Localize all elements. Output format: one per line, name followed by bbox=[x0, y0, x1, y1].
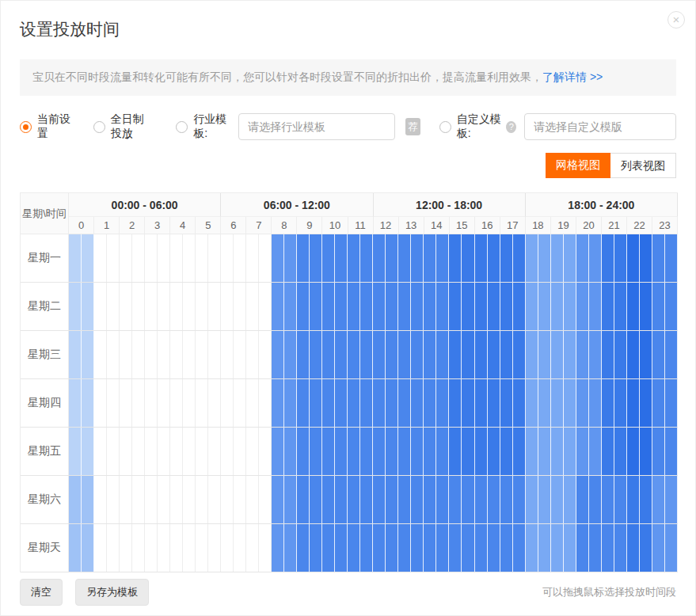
schedule-cell[interactable] bbox=[335, 331, 348, 378]
schedule-cell[interactable] bbox=[564, 428, 576, 475]
schedule-cell[interactable] bbox=[551, 524, 564, 572]
schedule-cell[interactable] bbox=[322, 379, 335, 427]
schedule-cell[interactable] bbox=[602, 524, 614, 572]
schedule-cell[interactable] bbox=[196, 476, 208, 523]
schedule-cell[interactable] bbox=[348, 283, 360, 330]
schedule-cell[interactable] bbox=[398, 234, 411, 282]
schedule-cell[interactable] bbox=[322, 524, 335, 572]
schedule-cell[interactable] bbox=[284, 331, 297, 378]
schedule-cell[interactable] bbox=[297, 283, 310, 330]
schedule-cell[interactable] bbox=[158, 283, 170, 330]
schedule-cell[interactable] bbox=[120, 331, 132, 378]
schedule-cell[interactable] bbox=[576, 331, 589, 378]
schedule-cell[interactable] bbox=[259, 524, 272, 572]
schedule-cell[interactable] bbox=[82, 379, 94, 427]
schedule-cell[interactable] bbox=[69, 331, 82, 378]
schedule-cell[interactable] bbox=[538, 428, 551, 475]
schedule-cell[interactable] bbox=[132, 283, 145, 330]
schedule-cell[interactable] bbox=[170, 283, 183, 330]
schedule-cell[interactable] bbox=[652, 234, 665, 282]
schedule-cell[interactable] bbox=[107, 524, 120, 572]
schedule-cell[interactable] bbox=[436, 283, 449, 330]
schedule-cell[interactable] bbox=[259, 234, 272, 282]
schedule-cell[interactable] bbox=[297, 476, 310, 523]
schedule-cell[interactable] bbox=[94, 331, 107, 378]
schedule-cell[interactable] bbox=[398, 331, 411, 378]
schedule-cell[interactable] bbox=[107, 379, 120, 427]
schedule-cell[interactable] bbox=[614, 331, 627, 378]
schedule-cell[interactable] bbox=[310, 428, 322, 475]
schedule-cell[interactable] bbox=[411, 476, 424, 523]
schedule-cell[interactable] bbox=[196, 379, 208, 427]
schedule-cell[interactable] bbox=[284, 234, 297, 282]
schedule-cell[interactable] bbox=[602, 331, 614, 378]
clear-button[interactable]: 清空 bbox=[20, 579, 63, 606]
schedule-cell[interactable] bbox=[348, 331, 360, 378]
schedule-cell[interactable] bbox=[284, 428, 297, 475]
schedule-cell[interactable] bbox=[436, 234, 449, 282]
schedule-cell[interactable] bbox=[360, 283, 373, 330]
schedule-cell[interactable] bbox=[183, 283, 196, 330]
schedule-cell[interactable] bbox=[310, 524, 322, 572]
schedule-cell[interactable] bbox=[576, 524, 589, 572]
schedule-cell[interactable] bbox=[297, 379, 310, 427]
schedule-cell[interactable] bbox=[234, 234, 246, 282]
schedule-cell[interactable] bbox=[259, 476, 272, 523]
schedule-cell[interactable] bbox=[196, 283, 208, 330]
schedule-cell[interactable] bbox=[234, 476, 246, 523]
schedule-cell[interactable] bbox=[183, 379, 196, 427]
schedule-cell[interactable] bbox=[120, 476, 132, 523]
schedule-cell[interactable] bbox=[322, 428, 335, 475]
schedule-cell[interactable] bbox=[132, 524, 145, 572]
schedule-cell[interactable] bbox=[462, 428, 474, 475]
schedule-cell[interactable] bbox=[640, 476, 652, 523]
schedule-cell[interactable] bbox=[234, 524, 246, 572]
schedule-cell[interactable] bbox=[475, 283, 488, 330]
schedule-cell[interactable] bbox=[69, 428, 82, 475]
schedule-cell[interactable] bbox=[335, 428, 348, 475]
schedule-cell[interactable] bbox=[373, 283, 386, 330]
schedule-cell[interactable] bbox=[589, 428, 602, 475]
schedule-cell[interactable] bbox=[246, 524, 259, 572]
schedule-cell[interactable] bbox=[614, 476, 627, 523]
schedule-cell[interactable] bbox=[589, 234, 602, 282]
schedule-cell[interactable] bbox=[488, 524, 500, 572]
schedule-cell[interactable] bbox=[449, 476, 462, 523]
schedule-cell[interactable] bbox=[246, 331, 259, 378]
schedule-cell[interactable] bbox=[348, 524, 360, 572]
schedule-cell[interactable] bbox=[348, 234, 360, 282]
schedule-cell[interactable] bbox=[246, 379, 259, 427]
schedule-cell[interactable] bbox=[576, 234, 589, 282]
schedule-cell[interactable] bbox=[322, 476, 335, 523]
schedule-cell[interactable] bbox=[411, 283, 424, 330]
schedule-cell[interactable] bbox=[436, 428, 449, 475]
schedule-cell[interactable] bbox=[246, 428, 259, 475]
schedule-cell[interactable] bbox=[513, 476, 526, 523]
schedule-cell[interactable] bbox=[500, 428, 513, 475]
schedule-cell[interactable] bbox=[640, 283, 652, 330]
schedule-cell[interactable] bbox=[221, 379, 234, 427]
schedule-cell[interactable] bbox=[436, 331, 449, 378]
schedule-cell[interactable] bbox=[627, 331, 640, 378]
schedule-cell[interactable] bbox=[665, 379, 678, 427]
schedule-cell[interactable] bbox=[221, 428, 234, 475]
schedule-cell[interactable] bbox=[132, 428, 145, 475]
schedule-cell[interactable] bbox=[424, 379, 436, 427]
schedule-cell[interactable] bbox=[652, 524, 665, 572]
schedule-cell[interactable] bbox=[183, 524, 196, 572]
schedule-cell[interactable] bbox=[120, 234, 132, 282]
schedule-cell[interactable] bbox=[411, 428, 424, 475]
schedule-cell[interactable] bbox=[424, 428, 436, 475]
schedule-cell[interactable] bbox=[284, 379, 297, 427]
schedule-cell[interactable] bbox=[602, 476, 614, 523]
schedule-cell[interactable] bbox=[398, 283, 411, 330]
schedule-cell[interactable] bbox=[170, 524, 183, 572]
schedule-cell[interactable] bbox=[589, 476, 602, 523]
schedule-cell[interactable] bbox=[145, 283, 158, 330]
schedule-cell[interactable] bbox=[373, 476, 386, 523]
schedule-cell[interactable] bbox=[652, 428, 665, 475]
schedule-cell[interactable] bbox=[551, 331, 564, 378]
schedule-cell[interactable] bbox=[500, 476, 513, 523]
schedule-cell[interactable] bbox=[475, 379, 488, 427]
radio-icon[interactable] bbox=[439, 121, 451, 133]
